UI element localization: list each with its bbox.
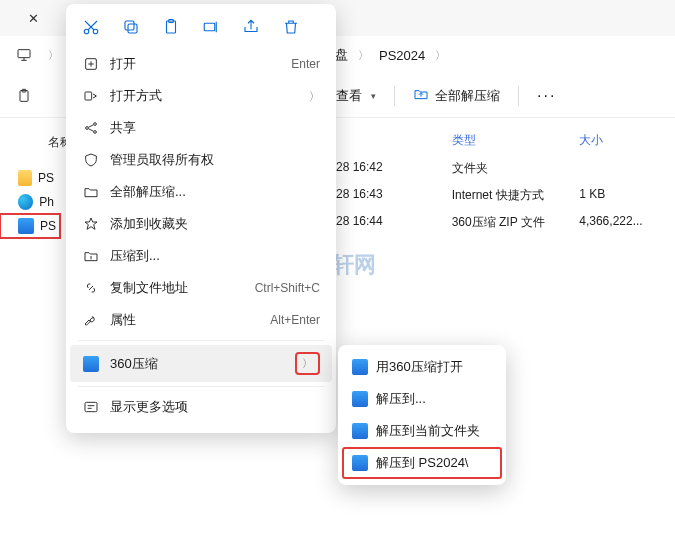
ctx-add-favorite[interactable]: 添加到收藏夹 xyxy=(70,208,332,240)
ctx-label: 管理员取得所有权 xyxy=(110,151,320,169)
ctx-accel: Alt+Enter xyxy=(270,313,320,327)
breadcrumb-seg-disk[interactable]: 盘 xyxy=(335,46,348,64)
file-type: Internet 快捷方式 xyxy=(452,187,580,204)
more-button[interactable]: ··· xyxy=(529,85,564,107)
ctx-open-with[interactable]: 打开方式 〉 xyxy=(70,80,332,112)
extract-all-button[interactable]: 全部解压缩 xyxy=(405,83,508,108)
ctx-share[interactable]: 共享 xyxy=(70,112,332,144)
sub-extract-here[interactable]: 解压到当前文件夹 xyxy=(342,415,502,447)
copy-icon[interactable] xyxy=(120,16,142,38)
ctx-label: 打开 xyxy=(110,55,291,73)
ctx-copy-path[interactable]: 复制文件地址 Ctrl+Shift+C xyxy=(70,272,332,304)
link-icon xyxy=(80,279,102,297)
share-icon xyxy=(80,119,102,137)
monitor-icon[interactable] xyxy=(10,41,38,69)
tab-close-button[interactable]: ✕ xyxy=(20,5,46,31)
file-size: 4,366,222... xyxy=(579,214,669,231)
ctx-label: 360压缩 xyxy=(110,355,295,373)
sidebar-item-ps-folder[interactable]: PS xyxy=(0,166,60,190)
breadcrumb-seg-folder[interactable]: PS2024 xyxy=(379,48,425,63)
folder-icon xyxy=(18,170,32,186)
ctx-label: 打开方式 xyxy=(110,87,309,105)
file-row[interactable]: -28 16:42 文件夹 xyxy=(332,155,669,182)
paste-icon[interactable] xyxy=(160,16,182,38)
zip-icon xyxy=(18,218,34,234)
file-row[interactable]: -28 16:43 Internet 快捷方式 1 KB xyxy=(332,182,669,209)
sidebar-item-ps-zip[interactable]: PS xyxy=(0,214,60,238)
sub-extract-to-folder[interactable]: 解压到 PS2024\ xyxy=(342,447,502,479)
file-date: -28 16:44 xyxy=(332,214,452,231)
chevron-right-icon: 〉 xyxy=(295,352,320,375)
svg-rect-6 xyxy=(125,21,134,30)
divider xyxy=(518,86,519,106)
divider xyxy=(394,86,395,106)
zip-icon xyxy=(352,391,368,407)
file-size: 1 KB xyxy=(579,187,669,204)
svg-point-12 xyxy=(86,127,89,130)
view-label: 查看 xyxy=(336,87,362,105)
ctx-accel: Ctrl+Shift+C xyxy=(255,281,320,295)
shield-icon xyxy=(80,151,102,169)
share-icon[interactable] xyxy=(240,16,262,38)
file-row[interactable]: -28 16:44 360压缩 ZIP 文件 4,366,222... xyxy=(332,209,669,236)
open-with-icon xyxy=(80,87,102,105)
sub-extract-to[interactable]: 解压到... xyxy=(342,383,502,415)
ctx-label: 复制文件地址 xyxy=(110,279,255,297)
ctx-label: 共享 xyxy=(110,119,320,137)
file-size xyxy=(579,160,669,177)
ctx-compress-to[interactable]: 压缩到... xyxy=(70,240,332,272)
sidebar-item-label: PS xyxy=(40,219,56,233)
edge-icon xyxy=(18,194,33,210)
ctx-admin-ownership[interactable]: 管理员取得所有权 xyxy=(70,144,332,176)
separator xyxy=(78,340,324,341)
chevron-right-icon: 〉 xyxy=(44,48,63,63)
separator xyxy=(78,386,324,387)
star-icon xyxy=(80,215,102,233)
sub-label: 用360压缩打开 xyxy=(376,358,463,376)
extract-all-label: 全部解压缩 xyxy=(435,87,500,105)
sidebar-item-label: Ph xyxy=(39,195,54,209)
zip-icon xyxy=(352,359,368,375)
delete-icon[interactable] xyxy=(280,16,302,38)
svg-rect-11 xyxy=(85,92,92,100)
context-submenu-360zip: 用360压缩打开 解压到... 解压到当前文件夹 解压到 PS2024\ xyxy=(338,345,506,485)
extract-icon xyxy=(413,86,429,105)
ctx-label: 属性 xyxy=(110,311,270,329)
rename-icon[interactable] xyxy=(200,16,222,38)
ctx-label: 全部解压缩... xyxy=(110,183,320,201)
zip-icon xyxy=(80,355,102,373)
sub-label: 解压到 PS2024\ xyxy=(376,454,469,472)
svg-rect-0 xyxy=(18,50,30,58)
zip-icon xyxy=(352,455,368,471)
sidebar: PS Ph PS xyxy=(0,160,60,238)
column-header-size[interactable]: 大小 xyxy=(579,132,669,149)
chevron-right-icon: 〉 xyxy=(431,48,450,63)
view-dropdown[interactable]: 查看 xyxy=(328,84,384,108)
clipboard-icon[interactable] xyxy=(10,82,38,110)
file-date: -28 16:43 xyxy=(332,187,452,204)
open-icon xyxy=(80,55,102,73)
more-icon xyxy=(80,398,102,416)
file-list: 类型 大小 -28 16:42 文件夹 -28 16:43 Internet 快… xyxy=(332,128,669,236)
chevron-right-icon: 〉 xyxy=(354,48,373,63)
ctx-label: 添加到收藏夹 xyxy=(110,215,320,233)
ctx-show-more[interactable]: 显示更多选项 xyxy=(70,391,332,423)
column-header-type[interactable]: 类型 xyxy=(452,132,580,149)
cut-icon[interactable] xyxy=(80,16,102,38)
sidebar-item-ph[interactable]: Ph xyxy=(0,190,60,214)
compress-icon xyxy=(80,247,102,265)
file-list-header: 类型 大小 xyxy=(332,128,669,155)
ctx-label: 显示更多选项 xyxy=(110,398,320,416)
context-menu-quick-actions xyxy=(70,10,332,48)
sidebar-item-label: PS xyxy=(38,171,54,185)
svg-rect-9 xyxy=(204,23,215,31)
ctx-extract-all[interactable]: 全部解压缩... xyxy=(70,176,332,208)
chevron-right-icon: 〉 xyxy=(309,89,320,104)
sub-open-with-360[interactable]: 用360压缩打开 xyxy=(342,351,502,383)
ctx-accel: Enter xyxy=(291,57,320,71)
sub-label: 解压到... xyxy=(376,390,426,408)
ctx-properties[interactable]: 属性 Alt+Enter xyxy=(70,304,332,336)
ctx-open[interactable]: 打开 Enter xyxy=(70,48,332,80)
file-date: -28 16:42 xyxy=(332,160,452,177)
ctx-360zip[interactable]: 360压缩 〉 xyxy=(70,345,332,382)
